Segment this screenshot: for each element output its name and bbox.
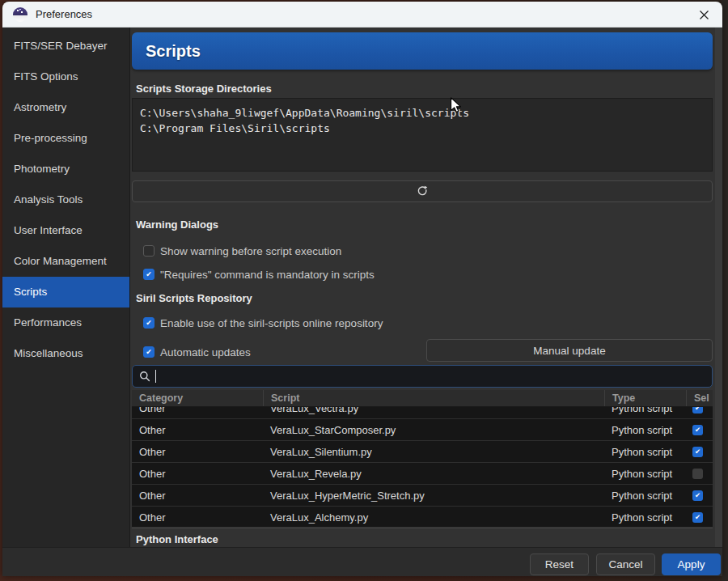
window-title: Preferences [36, 8, 92, 20]
sidebar-item-fits-options[interactable]: FITS Options [2, 61, 129, 92]
reset-button[interactable]: Reset [530, 553, 589, 575]
sidebar: FITS/SER DebayerFITS OptionsAstrometryPr… [2, 28, 130, 547]
dialog-action-bar: Reset Cancel Apply [2, 547, 722, 576]
scripts-table-body[interactable]: Other VeraLux_Vectra.py Python script ✔ … [132, 407, 713, 527]
cell-type: Python script [604, 446, 686, 458]
checkbox[interactable]: ✔ [143, 317, 154, 329]
row-select-checkbox[interactable]: ✔ [692, 512, 703, 523]
directory-path[interactable]: C:\Program Files\Siril\scripts [140, 121, 705, 136]
table-row[interactable]: Other VeraLux_Vectra.py Python script ✔ [132, 407, 713, 418]
scrollbar-gutter[interactable] [715, 28, 722, 547]
section-divider [132, 528, 713, 528]
column-header-type[interactable]: Type [604, 390, 686, 406]
cell-script: VeraLux_StarComposer.py [263, 424, 604, 436]
cell-script: VeraLux_HyperMetric_Stretch.py [263, 490, 604, 502]
option-label: Enable use of the siril-scripts online r… [160, 317, 383, 329]
sidebar-item-astrometry[interactable]: Astrometry [2, 92, 129, 123]
cancel-button[interactable]: Cancel [596, 553, 655, 575]
row-select-checkbox[interactable]: ✔ [692, 490, 703, 501]
sidebar-item-photometry[interactable]: Photometry [2, 154, 129, 184]
cell-category: Other [132, 511, 263, 524]
sidebar-item-user-interface[interactable]: User Interface [2, 215, 129, 246]
sidebar-item-fits-ser-debayer[interactable]: FITS/SER Debayer [2, 31, 129, 61]
option-show-warning[interactable]: Show warning before script execution [143, 243, 341, 259]
option-enable-repository[interactable]: ✔ Enable use of the siril-scripts online… [143, 315, 383, 331]
directory-path[interactable]: C:\Users\shaha_9liwgef\AppData\Roaming\s… [140, 105, 705, 121]
repository-heading: Siril Scripts Repository [136, 292, 252, 304]
checkbox[interactable] [143, 245, 154, 257]
cell-type: Python script [604, 490, 686, 502]
sidebar-item-performances[interactable]: Performances [2, 307, 129, 338]
column-header-sel[interactable]: Sel [686, 390, 713, 406]
siril-app-icon [13, 7, 28, 22]
row-select-checkbox[interactable]: ✔ [692, 447, 703, 457]
checkbox[interactable]: ✔ [143, 269, 154, 280]
row-select-checkbox[interactable]: ✔ [692, 425, 703, 435]
sidebar-item-miscellaneous[interactable]: Miscellaneous [2, 338, 129, 369]
cell-type: Python script [604, 468, 686, 480]
table-row[interactable]: Other VeraLux_StarComposer.py Python scr… [132, 419, 713, 440]
cell-category: Other [132, 468, 263, 480]
warning-dialogs-heading: Warning Dialogs [136, 218, 218, 231]
cell-category: Other [132, 424, 263, 436]
desktop: Preferences FITS/SER DebayerFITS Options… [0, 0, 728, 581]
desktop-wallpaper-edge [722, 0, 728, 581]
manual-update-button[interactable]: Manual update [426, 339, 713, 362]
cell-category: Other [132, 490, 263, 502]
search-icon [139, 371, 150, 382]
column-header-script[interactable]: Script [263, 390, 604, 406]
cell-script: VeraLux_Vectra.py [263, 407, 604, 414]
row-select-checkbox[interactable]: ✔ [692, 407, 703, 413]
search-input[interactable] [156, 366, 712, 387]
script-directories-list[interactable]: C:\Users\shaha_9liwgef\AppData\Roaming\s… [132, 98, 713, 172]
page-header: Scripts [132, 32, 713, 70]
sidebar-item-pre-processing[interactable]: Pre-processing [2, 123, 129, 154]
cell-type: Python script [604, 511, 686, 524]
page-title: Scripts [146, 42, 201, 61]
table-row[interactable]: Other VeraLux_Revela.py Python script [132, 463, 713, 484]
arrow-cursor-icon [447, 96, 465, 114]
table-row[interactable]: Other VeraLux_HyperMetric_Stretch.py Pyt… [132, 485, 713, 506]
refresh-icon [417, 185, 429, 197]
scripts-table-header[interactable]: Category Script Type Sel [132, 390, 713, 407]
row-select-checkbox[interactable] [692, 469, 703, 479]
preferences-window: Preferences FITS/SER DebayerFITS Options… [2, 2, 722, 576]
rescan-scripts-button[interactable] [132, 180, 713, 202]
sidebar-item-analysis-tools[interactable]: Analysis Tools [2, 184, 129, 215]
python-interface-heading: Python Interface [136, 533, 218, 545]
cell-script: VeraLux_Revela.py [263, 468, 604, 480]
table-row[interactable]: Other VeraLux_Alchemy.py Python script ✔ [132, 507, 713, 527]
script-search-field[interactable] [132, 365, 713, 388]
close-button[interactable] [692, 5, 716, 24]
cell-category: Other [132, 407, 263, 414]
mouse-cursor [447, 96, 465, 117]
close-icon [699, 10, 709, 20]
sidebar-item-scripts[interactable]: Scripts [2, 277, 129, 307]
titlebar[interactable]: Preferences [2, 2, 722, 28]
option-label: Show warning before script execution [160, 245, 341, 257]
checkbox[interactable]: ✔ [143, 346, 154, 358]
option-label: Automatic updates [160, 346, 251, 358]
cell-script: VeraLux_Silentium.py [263, 446, 604, 458]
option-automatic-updates[interactable]: ✔ Automatic updates [143, 344, 251, 360]
cell-type: Python script [604, 407, 686, 414]
apply-button[interactable]: Apply [662, 553, 721, 575]
table-row[interactable]: Other VeraLux_Silentium.py Python script… [132, 441, 713, 462]
storage-heading: Scripts Storage Directories [136, 83, 272, 95]
option-label: "Requires" command is mandatory in scrip… [160, 269, 375, 281]
wallpaper-stars [722, 0, 723, 2]
sidebar-item-color-management[interactable]: Color Management [2, 246, 129, 277]
cell-category: Other [132, 446, 263, 458]
option-requires-mandatory[interactable]: ✔ "Requires" command is mandatory in scr… [143, 266, 375, 282]
column-header-category[interactable]: Category [132, 390, 263, 406]
cell-script: VeraLux_Alchemy.py [263, 511, 604, 524]
cell-type: Python script [604, 424, 686, 436]
